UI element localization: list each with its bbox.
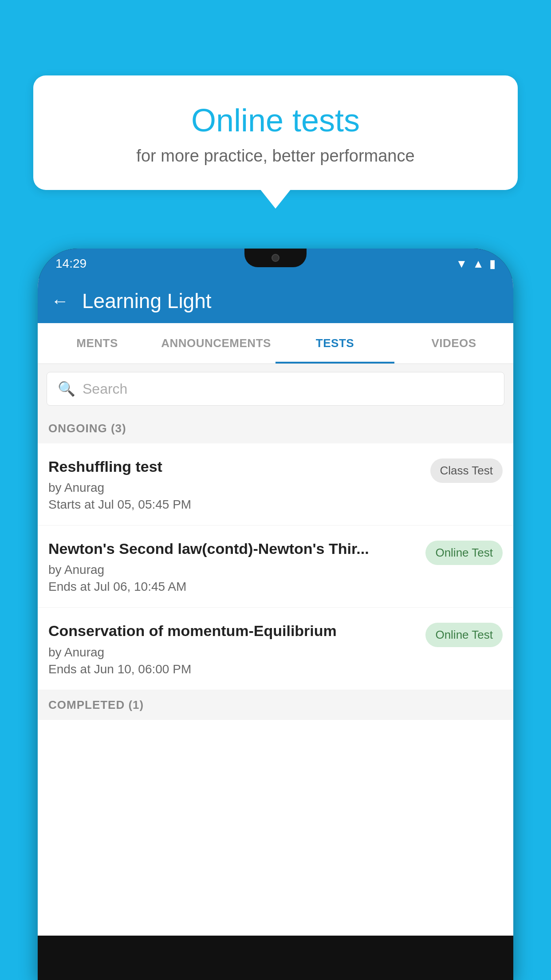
test-item-3-author: by Anurag xyxy=(48,645,417,660)
tab-tests[interactable]: TESTS xyxy=(276,323,394,364)
test-item-1-badge: Class Test xyxy=(430,458,503,483)
test-item-2-badge: Online Test xyxy=(425,541,503,565)
speech-bubble: Online tests for more practice, better p… xyxy=(33,75,518,190)
test-item-3-badge: Online Test xyxy=(425,623,503,647)
app-bar: ← Learning Light xyxy=(38,279,513,323)
ongoing-section-header: ONGOING (3) xyxy=(38,414,513,443)
speech-bubble-subtitle: for more practice, better performance xyxy=(51,146,500,166)
tabs-container: MENTS ANNOUNCEMENTS TESTS VIDEOS xyxy=(38,323,513,364)
test-item-1[interactable]: Reshuffling test by Anurag Starts at Jul… xyxy=(38,443,513,526)
app-bar-title: Learning Light xyxy=(82,289,212,313)
wifi-icon: ▼ xyxy=(456,257,468,271)
test-item-3-time: Ends at Jun 10, 06:00 PM xyxy=(48,662,417,676)
search-placeholder: Search xyxy=(83,381,127,397)
back-button[interactable]: ← xyxy=(51,291,69,311)
test-item-1-content: Reshuffling test by Anurag Starts at Jul… xyxy=(48,457,430,512)
tab-announcements[interactable]: ANNOUNCEMENTS xyxy=(157,323,276,364)
camera xyxy=(272,254,279,262)
test-item-2-title: Newton's Second law(contd)-Newton's Thir… xyxy=(48,539,417,558)
completed-section-header: COMPLETED (1) xyxy=(38,690,513,720)
test-item-2-time: Ends at Jul 06, 10:45 AM xyxy=(48,580,417,594)
signal-icon: ▲ xyxy=(472,257,484,271)
status-icons: ▼ ▲ ▮ xyxy=(456,257,496,271)
notch xyxy=(244,249,307,267)
test-item-3-title: Conservation of momentum-Equilibrium xyxy=(48,621,417,640)
test-item-3[interactable]: Conservation of momentum-Equilibrium by … xyxy=(38,608,513,690)
speech-bubble-title: Online tests xyxy=(51,102,500,138)
test-item-1-title: Reshuffling test xyxy=(48,457,421,476)
search-input-wrap[interactable]: 🔍 Search xyxy=(47,372,504,406)
status-bar: 14:29 ▼ ▲ ▮ xyxy=(38,249,513,279)
tab-ments[interactable]: MENTS xyxy=(38,323,157,364)
battery-icon: ▮ xyxy=(489,257,496,271)
test-item-2-content: Newton's Second law(contd)-Newton's Thir… xyxy=(48,539,425,594)
test-item-1-author: by Anurag xyxy=(48,481,421,495)
tab-videos[interactable]: VIDEOS xyxy=(394,323,513,364)
test-item-3-content: Conservation of momentum-Equilibrium by … xyxy=(48,621,425,676)
status-time: 14:29 xyxy=(55,257,87,271)
test-item-2-author: by Anurag xyxy=(48,563,417,577)
search-container: 🔍 Search xyxy=(38,364,513,414)
search-icon: 🔍 xyxy=(58,380,75,397)
test-item-1-time: Starts at Jul 05, 05:45 PM xyxy=(48,498,421,512)
phone-frame: 14:29 ▼ ▲ ▮ ← Learning Light MENTS ANNOU… xyxy=(38,249,513,980)
phone-screen: ← Learning Light MENTS ANNOUNCEMENTS TES… xyxy=(38,279,513,936)
test-item-2[interactable]: Newton's Second law(contd)-Newton's Thir… xyxy=(38,526,513,608)
